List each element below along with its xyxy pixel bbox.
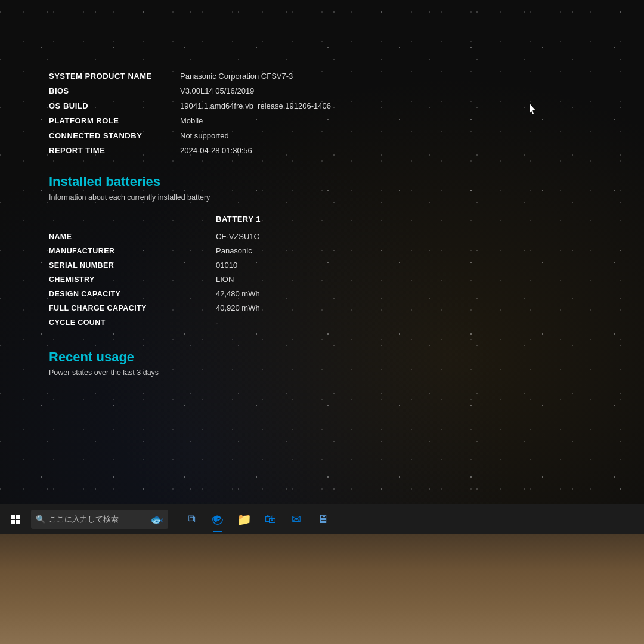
battery-chemistry-label: CHEMISTRY xyxy=(49,275,216,284)
taskbar-task-view[interactable]: ⧉ xyxy=(179,504,203,534)
battery-full-charge-row: FULL CHARGE CAPACITY 40,920 mWh xyxy=(49,304,595,312)
mail-icon: ✉ xyxy=(292,512,301,526)
battery-serial-label: SERIAL NUMBER xyxy=(49,261,216,270)
bios-value: V3.00L14 05/16/2019 xyxy=(180,86,254,95)
battery-name-label: NAME xyxy=(49,233,216,241)
folder-icon: 📁 xyxy=(237,512,252,527)
platform-role-value: Mobile xyxy=(180,116,203,125)
search-icon: 🔍 xyxy=(36,515,45,524)
connected-standby-row: CONNECTED STANDBY Not supported xyxy=(49,131,595,140)
taskbar-app-icons: ⧉ 📁 🛍 ✉ 🖥 xyxy=(179,504,335,534)
task-view-icon: ⧉ xyxy=(188,513,196,525)
battery-header: BATTERY 1 xyxy=(216,215,595,224)
search-companion-icon: 🐟 xyxy=(150,513,163,526)
edge-icon xyxy=(211,513,224,526)
system-info-section: SYSTEM PRODUCT NAME Panasonic Corporatio… xyxy=(49,0,595,155)
report-time-label: REPORT TIME xyxy=(49,146,180,155)
os-build-value: 19041.1.amd64fre.vb_release.191206-1406 xyxy=(180,101,331,110)
search-placeholder-text: ここに入力して検索 xyxy=(49,514,119,525)
installed-batteries-subtitle: Information about each currently install… xyxy=(49,193,595,202)
battery-full-charge-label: FULL CHARGE CAPACITY xyxy=(49,304,216,312)
platform-role-row: PLATFORM ROLE Mobile xyxy=(49,116,595,125)
bios-row: BIOS V3.00L14 05/16/2019 xyxy=(49,86,595,95)
monitor-icon: 🖥 xyxy=(317,513,329,526)
report-time-row: REPORT TIME 2024-04-28 01:30:56 xyxy=(49,146,595,155)
bottom-surface xyxy=(0,534,644,644)
taskbar-edge[interactable] xyxy=(206,504,230,534)
taskbar-divider xyxy=(172,510,172,529)
windows-logo-icon xyxy=(11,515,20,524)
installed-batteries-title: Installed batteries xyxy=(49,174,595,190)
taskbar: 🔍 ここに入力して検索 🐟 ⧉ 📁 🛍 ✉ 🖥 xyxy=(0,504,644,534)
taskbar-file-explorer[interactable]: 📁 xyxy=(232,504,256,534)
product-name-label: SYSTEM PRODUCT NAME xyxy=(49,72,180,80)
recent-usage-subtitle: Power states over the last 3 days xyxy=(49,369,595,377)
battery-manufacturer-label: MANUFACTURER xyxy=(49,247,216,255)
recent-usage-section: Recent usage Power states over the last … xyxy=(49,349,595,377)
os-build-row: OS BUILD 19041.1.amd64fre.vb_release.191… xyxy=(49,101,595,110)
product-name-value: Panasonic Corporation CFSV7-3 xyxy=(180,72,293,80)
report-time-value: 2024-04-28 01:30:56 xyxy=(180,146,252,155)
store-icon: 🛍 xyxy=(265,513,276,526)
bios-label: BIOS xyxy=(49,86,180,95)
product-name-row: SYSTEM PRODUCT NAME Panasonic Corporatio… xyxy=(49,72,595,80)
taskbar-monitor[interactable]: 🖥 xyxy=(311,504,335,534)
battery-cycle-row: CYCLE COUNT - xyxy=(49,318,595,327)
connected-standby-value: Not supported xyxy=(180,131,229,140)
battery-design-capacity-row: DESIGN CAPACITY 42,480 mWh xyxy=(49,289,595,298)
installed-batteries-section: Installed batteries Information about ea… xyxy=(49,174,595,327)
battery-name-row: NAME CF-VZSU1C xyxy=(49,232,595,241)
battery-full-charge-value: 40,920 mWh xyxy=(216,304,260,312)
battery-cycle-label: CYCLE COUNT xyxy=(49,318,216,327)
battery-cycle-value: - xyxy=(216,318,218,327)
battery-chemistry-value: LION xyxy=(216,275,234,284)
taskbar-mail[interactable]: ✉ xyxy=(284,504,308,534)
os-build-label: OS BUILD xyxy=(49,101,180,110)
taskbar-search[interactable]: 🔍 ここに入力して検索 🐟 xyxy=(31,510,168,529)
battery-serial-row: SERIAL NUMBER 01010 xyxy=(49,261,595,270)
battery-serial-value: 01010 xyxy=(216,261,237,270)
battery-design-capacity-label: DESIGN CAPACITY xyxy=(49,290,216,298)
battery-chemistry-row: CHEMISTRY LION xyxy=(49,275,595,284)
battery-manufacturer-row: MANUFACTURER Panasonic xyxy=(49,246,595,255)
recent-usage-title: Recent usage xyxy=(49,349,595,365)
battery-design-capacity-value: 42,480 mWh xyxy=(216,289,260,298)
main-content: SYSTEM PRODUCT NAME Panasonic Corporatio… xyxy=(0,0,644,519)
battery-table: BATTERY 1 NAME CF-VZSU1C MANUFACTURER Pa… xyxy=(49,215,595,327)
battery-name-value: CF-VZSU1C xyxy=(216,232,259,241)
start-button[interactable] xyxy=(2,504,29,534)
platform-role-label: PLATFORM ROLE xyxy=(49,116,180,125)
connected-standby-label: CONNECTED STANDBY xyxy=(49,131,180,140)
taskbar-store[interactable]: 🛍 xyxy=(258,504,282,534)
battery-manufacturer-value: Panasonic xyxy=(216,246,252,255)
